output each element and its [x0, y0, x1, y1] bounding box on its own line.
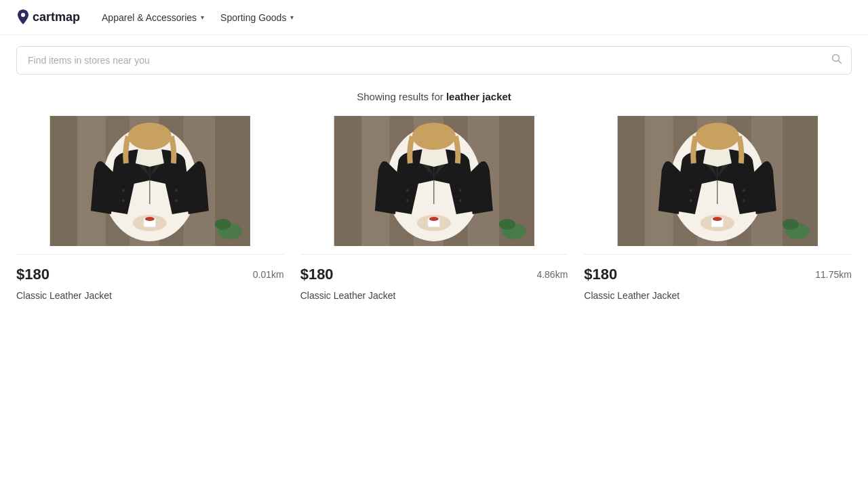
search-container	[16, 46, 852, 75]
svg-point-54	[690, 199, 692, 202]
product-price: $180	[300, 266, 334, 283]
results-prefix: Showing results for	[357, 91, 446, 102]
svg-point-19	[145, 217, 155, 221]
svg-point-14	[122, 199, 125, 202]
chevron-down-icon: ▾	[290, 14, 294, 21]
search-icon	[831, 54, 842, 67]
svg-point-56	[743, 199, 745, 202]
nav-sporting-label: Sporting Goods	[220, 12, 286, 23]
svg-point-35	[458, 189, 461, 192]
product-name: Classic Leather Jacket	[584, 290, 852, 301]
product-name: Classic Leather Jacket	[16, 290, 284, 301]
nav-apparel-label: Apparel & Accessories	[102, 12, 197, 23]
navbar: cartmap Apparel & Accessories ▾ Sporting…	[0, 0, 868, 35]
product-image-wrapper	[584, 116, 852, 246]
svg-rect-44	[618, 116, 645, 246]
product-info: $180 0.01km Classic Leather Jacket	[16, 254, 284, 306]
results-header: Showing results for leather jacket	[0, 91, 868, 102]
product-distance: 0.01km	[253, 269, 284, 280]
product-price-row: $180 4.86km	[300, 266, 568, 283]
product-info: $180 11.75km Classic Leather Jacket	[584, 254, 852, 306]
svg-point-0	[21, 13, 25, 17]
logo[interactable]: cartmap	[16, 9, 80, 26]
logo-text: cartmap	[33, 10, 80, 24]
svg-point-13	[122, 189, 125, 192]
chevron-down-icon: ▾	[201, 14, 204, 21]
product-price-row: $180 11.75km	[584, 266, 852, 283]
svg-point-53	[690, 189, 692, 192]
svg-point-36	[458, 199, 461, 202]
svg-point-41	[498, 219, 515, 230]
svg-point-61	[783, 219, 799, 230]
results-query: leather jacket	[446, 91, 511, 102]
pin-icon	[16, 9, 30, 26]
product-price: $180	[584, 266, 617, 283]
product-image-wrapper	[16, 116, 284, 246]
product-image	[300, 116, 568, 246]
nav-item-apparel[interactable]: Apparel & Accessories ▾	[102, 12, 204, 23]
svg-point-39	[429, 217, 438, 221]
product-price-row: $180 0.01km	[16, 266, 284, 283]
svg-line-2	[839, 61, 842, 64]
svg-point-21	[215, 219, 231, 230]
product-name: Classic Leather Jacket	[300, 290, 568, 301]
svg-rect-4	[50, 116, 77, 246]
nav-item-sporting[interactable]: Sporting Goods ▾	[220, 12, 294, 23]
svg-point-62	[696, 123, 739, 150]
product-info: $180 4.86km Classic Leather Jacket	[300, 254, 568, 306]
svg-point-59	[713, 217, 722, 221]
product-image-wrapper	[300, 116, 568, 246]
nav-links: Apparel & Accessories ▾ Sporting Goods ▾	[102, 12, 294, 23]
product-card[interactable]: $180 0.01km Classic Leather Jacket	[16, 116, 284, 306]
product-image	[16, 116, 284, 246]
product-distance: 4.86km	[536, 269, 568, 280]
svg-point-22	[128, 123, 172, 150]
product-distance: 11.75km	[815, 269, 852, 280]
product-grid: $180 0.01km Classic Leather Jacket	[0, 116, 868, 306]
svg-rect-24	[334, 116, 361, 246]
svg-point-55	[743, 189, 745, 192]
product-card[interactable]: $180 4.86km Classic Leather Jacket	[300, 116, 568, 306]
svg-point-16	[175, 199, 178, 202]
product-card[interactable]: $180 11.75km Classic Leather Jacket	[584, 116, 852, 306]
svg-point-42	[412, 123, 455, 150]
search-input[interactable]	[16, 46, 852, 75]
svg-point-15	[175, 189, 178, 192]
product-price: $180	[16, 266, 50, 283]
product-image	[584, 116, 852, 246]
svg-point-34	[406, 199, 408, 202]
svg-point-33	[406, 189, 408, 192]
